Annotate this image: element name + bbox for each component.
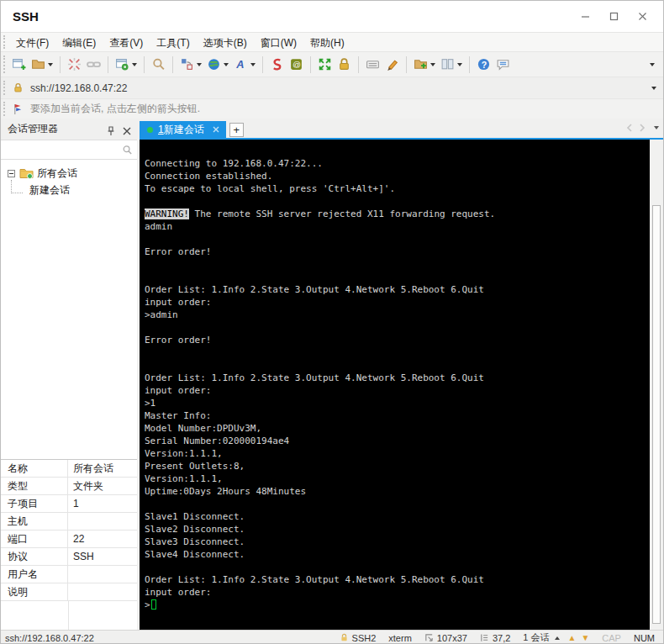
menu-item-4[interactable]: 选项卡(B) [197, 35, 254, 50]
connected-dot-icon [147, 127, 153, 133]
terminal-cursor [151, 599, 156, 610]
menu-item-2[interactable]: 查看(V) [103, 35, 150, 50]
encoding-button[interactable] [205, 55, 230, 75]
property-label: 名称 [1, 460, 68, 477]
toolbar-separator [310, 56, 311, 73]
menu-item-0[interactable]: 文件(F) [9, 35, 55, 50]
tree-expander-icon[interactable] [8, 170, 15, 177]
fullscreen-button[interactable] [316, 55, 334, 75]
tree-item-new-session[interactable]: 新建会话 [1, 182, 137, 198]
terminal-scrollbar[interactable] [650, 140, 663, 630]
tab-scroll-right-icon[interactable] [639, 124, 646, 132]
reconnect-button[interactable] [85, 55, 103, 75]
tab-scroll-left-icon[interactable] [626, 124, 633, 132]
menu-item-1[interactable]: 编辑(E) [55, 35, 103, 50]
chat-button[interactable] [494, 55, 512, 75]
toolbar-lock-button[interactable] [335, 55, 353, 75]
address-input[interactable]: ssh://192.168.0.47:22 [30, 82, 646, 94]
toolbar-gripper [3, 55, 5, 72]
property-row: 说明 [1, 583, 137, 601]
chevron-down-icon [132, 63, 137, 66]
tab-list-dropdown-icon[interactable] [654, 126, 659, 129]
status-session-count[interactable]: 1 会话 [523, 631, 559, 644]
highlighter-button[interactable] [383, 55, 401, 75]
xagent-button[interactable] [268, 55, 286, 75]
session-manager-panel: 会话管理器 所有会话 新建会话 名称所有会话类型文件夹子项目1主机端 [1, 119, 137, 630]
toolbar-overflow-button[interactable] [646, 55, 656, 75]
reconnect-icon [87, 57, 101, 71]
terminal-line: Slave3 Disconnect. [145, 536, 650, 548]
zmodem-button[interactable]: @ [287, 55, 305, 75]
notice-bar: 要添加当前会话, 点击左侧的箭头按钮. [1, 98, 663, 119]
terminal-line [145, 195, 650, 208]
new-folder-button[interactable] [412, 55, 437, 75]
fullscreen-icon [318, 57, 332, 71]
lock-icon [340, 633, 349, 642]
tab-new-session[interactable]: 1新建会话 [140, 121, 226, 138]
find-button[interactable] [150, 55, 167, 75]
new-tab-button[interactable]: + [229, 123, 244, 137]
toolbar: A@? [1, 51, 663, 77]
terminal-line: Model Number:DPDUv3M, [145, 422, 650, 435]
tab-close-button[interactable] [213, 126, 219, 133]
terminal-line: WARNING! The remote SSH server rejected … [145, 208, 650, 220]
menu-item-5[interactable]: 窗口(W) [254, 35, 303, 50]
terminal-line [145, 233, 650, 245]
session-search-box[interactable] [1, 140, 137, 160]
property-label: 端口 [1, 531, 68, 547]
minimize-icon [581, 12, 590, 21]
zmodem-icon: @ [289, 57, 303, 71]
session-properties-table: 名称所有会话类型文件夹子项目1主机端口22协议SSH用户名说明 [1, 459, 137, 601]
chevron-down-icon [457, 63, 462, 66]
app-window: SSH 文件(F)编辑(E)查看(V)工具(T)选项卡(B)窗口(W)帮助(H)… [0, 0, 664, 644]
find-icon [151, 57, 166, 71]
help-button[interactable]: ? [475, 55, 493, 75]
panel-close-icon[interactable] [122, 126, 132, 136]
folder-icon [19, 167, 34, 179]
toolbar-separator [172, 56, 173, 73]
chevron-down-icon [197, 63, 202, 66]
address-bar[interactable]: ssh://192.168.0.47:22 [1, 77, 663, 98]
compose-icon [180, 57, 194, 71]
scrollbar-thumb[interactable] [652, 205, 661, 624]
new-session-button[interactable] [10, 55, 28, 75]
terminal-line: >1 [145, 397, 650, 409]
main-area: 会话管理器 所有会话 新建会话 名称所有会话类型文件夹子项目1主机端 [1, 119, 663, 630]
keyboard-button[interactable] [364, 55, 382, 75]
disconnect-button[interactable] [66, 55, 83, 75]
maximize-button[interactable] [599, 6, 628, 28]
open-folder-button[interactable] [29, 55, 55, 75]
new-folder-icon [414, 57, 428, 71]
menu-item-3[interactable]: 工具(T) [150, 35, 196, 50]
terminal-screen[interactable]: Connecting to 192.168.0.47:22...Connecti… [140, 140, 650, 630]
property-label: 主机 [1, 513, 68, 530]
tab-close-icon [213, 126, 219, 133]
title-bar: SSH [1, 1, 663, 32]
address-dropdown-button[interactable] [647, 78, 658, 98]
status-address: ssh://192.168.0.47:22 [5, 633, 327, 643]
tile-windows-button[interactable] [439, 55, 464, 75]
scroll-up-icon[interactable]: ▲ [568, 633, 577, 642]
minimize-button[interactable] [571, 6, 599, 28]
tree-item-all-sessions[interactable]: 所有会话 [1, 165, 137, 182]
session-properties-button[interactable] [113, 55, 139, 75]
scroll-down-icon[interactable]: ▼ [581, 633, 589, 642]
menu-item-6[interactable]: 帮助(H) [303, 35, 351, 50]
pin-icon[interactable] [106, 126, 116, 136]
toolbar-gripper [3, 81, 5, 96]
svg-text:?: ? [482, 60, 487, 70]
chevron-up-icon [555, 636, 560, 640]
compose-button[interactable] [178, 55, 203, 75]
toolbar-separator [60, 56, 61, 73]
chevron-down-icon [650, 63, 655, 66]
content-area: 1新建会话 + Connecting to 192.168.0.47:22...… [140, 119, 663, 630]
close-button[interactable] [628, 6, 656, 28]
session-search-input[interactable] [5, 144, 122, 156]
property-value: 所有会话 [68, 462, 137, 476]
font-button[interactable]: A [232, 55, 257, 75]
notice-text: 要添加当前会话, 点击左侧的箭头按钮. [30, 102, 200, 116]
property-row: 用户名 [1, 566, 137, 583]
highlighter-icon [385, 57, 399, 71]
status-cursor-position: 37,2 [480, 633, 510, 643]
help-icon: ? [477, 57, 491, 71]
